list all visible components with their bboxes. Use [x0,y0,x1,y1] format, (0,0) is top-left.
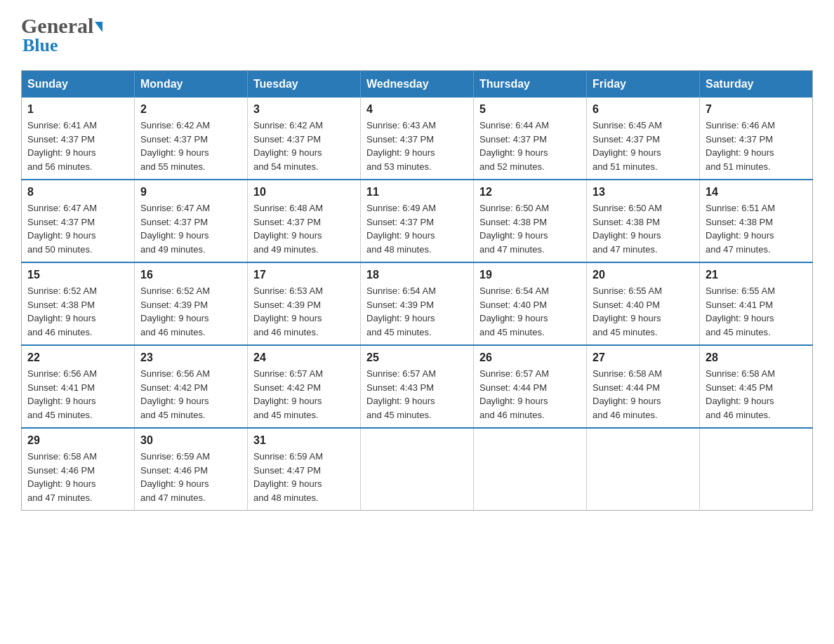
day-number: 20 [593,269,694,281]
day-info: Sunrise: 6:45 AMSunset: 4:37 PMDaylight:… [593,120,662,172]
calendar-cell: 3 Sunrise: 6:42 AMSunset: 4:37 PMDayligh… [248,98,361,180]
day-info: Sunrise: 6:48 AMSunset: 4:37 PMDaylight:… [253,203,323,255]
day-number: 18 [366,269,468,281]
calendar-cell: 7 Sunrise: 6:46 AMSunset: 4:37 PMDayligh… [700,98,813,180]
weekday-header-tuesday: Tuesday [248,71,361,98]
day-number: 23 [140,351,241,364]
day-info: Sunrise: 6:46 AMSunset: 4:37 PMDaylight:… [706,120,775,172]
day-info: Sunrise: 6:44 AMSunset: 4:37 PMDaylight:… [479,120,549,172]
calendar-cell [700,428,813,511]
day-number: 21 [706,269,807,281]
calendar-cell [474,428,587,511]
day-number: 13 [593,186,694,199]
day-number: 27 [593,351,694,364]
calendar-cell: 20 Sunrise: 6:55 AMSunset: 4:40 PMDaylig… [587,262,700,345]
calendar-cell: 27 Sunrise: 6:58 AMSunset: 4:44 PMDaylig… [587,345,700,428]
day-number: 10 [253,186,355,199]
day-info: Sunrise: 6:41 AMSunset: 4:37 PMDaylight:… [27,120,97,172]
day-number: 12 [479,186,581,199]
day-number: 25 [366,351,468,364]
calendar-cell: 14 Sunrise: 6:51 AMSunset: 4:38 PMDaylig… [700,180,813,262]
day-info: Sunrise: 6:54 AMSunset: 4:39 PMDaylight:… [366,286,436,337]
day-info: Sunrise: 6:53 AMSunset: 4:39 PMDaylight:… [253,286,323,337]
day-info: Sunrise: 6:55 AMSunset: 4:40 PMDaylight:… [593,286,662,337]
calendar-cell: 30 Sunrise: 6:59 AMSunset: 4:46 PMDaylig… [135,428,248,511]
day-number: 19 [479,269,581,281]
logo-general-text: General [21,14,93,38]
day-info: Sunrise: 6:42 AMSunset: 4:37 PMDaylight:… [140,120,210,172]
calendar-cell: 4 Sunrise: 6:43 AMSunset: 4:37 PMDayligh… [361,98,474,180]
day-info: Sunrise: 6:58 AMSunset: 4:45 PMDaylight:… [706,368,775,420]
calendar-cell: 24 Sunrise: 6:57 AMSunset: 4:42 PMDaylig… [248,345,361,428]
day-info: Sunrise: 6:42 AMSunset: 4:37 PMDaylight:… [253,120,323,172]
weekday-header-monday: Monday [135,71,248,98]
calendar-week-row: 15 Sunrise: 6:52 AMSunset: 4:38 PMDaylig… [22,262,813,345]
day-info: Sunrise: 6:57 AMSunset: 4:42 PMDaylight:… [253,368,323,420]
logo: General Blue [21,14,102,56]
weekday-header-saturday: Saturday [700,71,813,98]
calendar-cell: 11 Sunrise: 6:49 AMSunset: 4:37 PMDaylig… [361,180,474,262]
calendar-cell: 13 Sunrise: 6:50 AMSunset: 4:38 PMDaylig… [587,180,700,262]
calendar-cell: 21 Sunrise: 6:55 AMSunset: 4:41 PMDaylig… [700,262,813,345]
day-info: Sunrise: 6:58 AMSunset: 4:46 PMDaylight:… [27,451,97,503]
logo-arrow-icon [95,22,102,32]
weekday-header-wednesday: Wednesday [361,71,474,98]
day-info: Sunrise: 6:56 AMSunset: 4:41 PMDaylight:… [27,368,97,420]
day-number: 29 [27,434,128,447]
calendar-cell: 5 Sunrise: 6:44 AMSunset: 4:37 PMDayligh… [474,98,587,180]
day-number: 28 [706,351,807,364]
day-info: Sunrise: 6:57 AMSunset: 4:43 PMDaylight:… [366,368,436,420]
day-info: Sunrise: 6:55 AMSunset: 4:41 PMDaylight:… [706,286,775,337]
calendar-cell: 1 Sunrise: 6:41 AMSunset: 4:37 PMDayligh… [22,98,135,180]
calendar-cell: 22 Sunrise: 6:56 AMSunset: 4:41 PMDaylig… [22,345,135,428]
day-number: 15 [27,269,128,281]
calendar-week-row: 29 Sunrise: 6:58 AMSunset: 4:46 PMDaylig… [22,428,813,511]
day-info: Sunrise: 6:49 AMSunset: 4:37 PMDaylight:… [366,203,436,255]
day-info: Sunrise: 6:47 AMSunset: 4:37 PMDaylight:… [27,203,97,255]
calendar-cell: 26 Sunrise: 6:57 AMSunset: 4:44 PMDaylig… [474,345,587,428]
calendar-week-row: 1 Sunrise: 6:41 AMSunset: 4:37 PMDayligh… [22,98,813,180]
weekday-header-sunday: Sunday [22,71,135,98]
calendar-cell: 28 Sunrise: 6:58 AMSunset: 4:45 PMDaylig… [700,345,813,428]
day-info: Sunrise: 6:47 AMSunset: 4:37 PMDaylight:… [140,203,210,255]
weekday-header-friday: Friday [587,71,700,98]
calendar-cell: 31 Sunrise: 6:59 AMSunset: 4:47 PMDaylig… [248,428,361,511]
calendar-cell: 15 Sunrise: 6:52 AMSunset: 4:38 PMDaylig… [22,262,135,345]
calendar-cell: 18 Sunrise: 6:54 AMSunset: 4:39 PMDaylig… [361,262,474,345]
day-number: 9 [140,186,241,199]
weekday-header-thursday: Thursday [474,71,587,98]
calendar-cell: 25 Sunrise: 6:57 AMSunset: 4:43 PMDaylig… [361,345,474,428]
calendar-cell: 23 Sunrise: 6:56 AMSunset: 4:42 PMDaylig… [135,345,248,428]
day-number: 7 [706,103,807,116]
calendar-cell: 12 Sunrise: 6:50 AMSunset: 4:38 PMDaylig… [474,180,587,262]
day-info: Sunrise: 6:51 AMSunset: 4:38 PMDaylight:… [706,203,775,255]
day-number: 1 [27,103,128,116]
day-number: 16 [140,269,241,281]
calendar-cell: 17 Sunrise: 6:53 AMSunset: 4:39 PMDaylig… [248,262,361,345]
day-number: 8 [27,186,128,199]
calendar-cell: 9 Sunrise: 6:47 AMSunset: 4:37 PMDayligh… [135,180,248,262]
calendar-table: SundayMondayTuesdayWednesdayThursdayFrid… [21,70,813,511]
calendar-cell: 8 Sunrise: 6:47 AMSunset: 4:37 PMDayligh… [22,180,135,262]
day-number: 6 [593,103,694,116]
calendar-cell: 29 Sunrise: 6:58 AMSunset: 4:46 PMDaylig… [22,428,135,511]
day-info: Sunrise: 6:56 AMSunset: 4:42 PMDaylight:… [140,368,210,420]
calendar-week-row: 8 Sunrise: 6:47 AMSunset: 4:37 PMDayligh… [22,180,813,262]
calendar-cell [361,428,474,511]
day-number: 31 [253,434,355,447]
day-info: Sunrise: 6:43 AMSunset: 4:37 PMDaylight:… [366,120,436,172]
page-header: General Blue [21,14,813,56]
day-number: 17 [253,269,355,281]
day-number: 4 [366,103,468,116]
day-info: Sunrise: 6:50 AMSunset: 4:38 PMDaylight:… [479,203,549,255]
day-info: Sunrise: 6:59 AMSunset: 4:47 PMDaylight:… [253,451,323,503]
day-number: 30 [140,434,241,447]
day-number: 24 [253,351,355,364]
day-number: 26 [479,351,581,364]
weekday-header-row: SundayMondayTuesdayWednesdayThursdayFrid… [22,71,813,98]
calendar-cell: 2 Sunrise: 6:42 AMSunset: 4:37 PMDayligh… [135,98,248,180]
day-info: Sunrise: 6:59 AMSunset: 4:46 PMDaylight:… [140,451,210,503]
day-number: 11 [366,186,468,199]
calendar-week-row: 22 Sunrise: 6:56 AMSunset: 4:41 PMDaylig… [22,345,813,428]
day-info: Sunrise: 6:52 AMSunset: 4:39 PMDaylight:… [140,286,210,337]
